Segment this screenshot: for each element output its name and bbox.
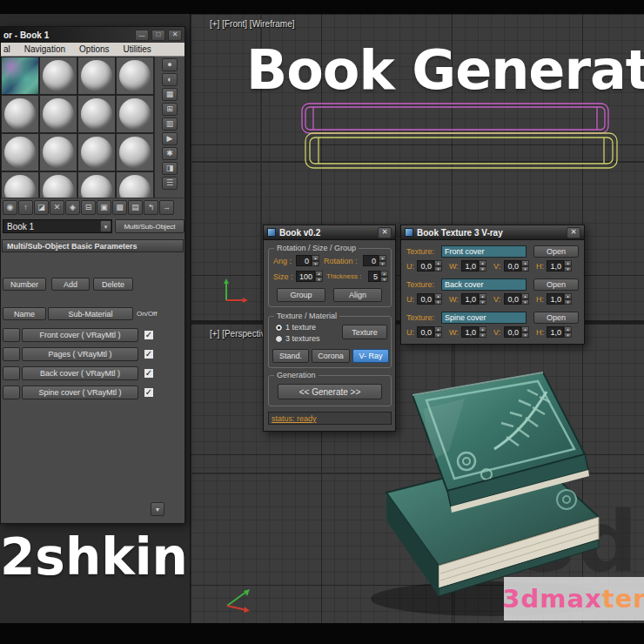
- make-preview-icon[interactable]: ▶: [162, 132, 178, 145]
- material-sample-slot[interactable]: [1, 133, 39, 171]
- go-to-parent-icon[interactable]: ↰: [144, 200, 158, 215]
- menu-utilities[interactable]: Utilities: [117, 44, 158, 55]
- minimize-button[interactable]: —: [135, 30, 149, 41]
- book-texture-dialog[interactable]: Book Texture 3 V-ray ✕ Texture: Front co…: [400, 225, 585, 345]
- radio-icon[interactable]: [275, 324, 283, 332]
- v-spinner[interactable]: 0,0▴▾: [504, 326, 529, 338]
- h-spinner[interactable]: 1,0▴▾: [547, 326, 572, 338]
- ang-spinner[interactable]: 0 ▴▾: [296, 255, 319, 266]
- persp-viewport-label[interactable]: [+] [Perspectiv: [210, 329, 265, 339]
- delete-button[interactable]: Delete: [93, 278, 133, 291]
- v-spinner[interactable]: 0,0▴▾: [504, 260, 529, 272]
- assign-to-selection-icon[interactable]: ◪: [34, 200, 49, 215]
- h-spinner[interactable]: 1,0▴▾: [547, 293, 572, 305]
- material-id-button[interactable]: [3, 328, 20, 342]
- scroll-down-icon[interactable]: ▼: [151, 502, 164, 516]
- select-by-material-icon[interactable]: ◨: [162, 162, 178, 175]
- menu-navigation[interactable]: Navigation: [17, 44, 72, 55]
- onoff-checkbox[interactable]: ✓: [144, 349, 154, 359]
- material-name-dropdown[interactable]: Book 1 ▾: [3, 219, 112, 233]
- material-id-button[interactable]: [3, 347, 20, 361]
- material-editor-window[interactable]: or - Book 1 — □ ✕ al Navigation Options …: [0, 26, 185, 524]
- material-sample-slot[interactable]: [77, 171, 116, 198]
- spinner-arrows[interactable]: ▴▾: [521, 260, 529, 272]
- spine-cover-field[interactable]: Spine cover: [441, 312, 527, 324]
- spinner-arrows[interactable]: ▴▾: [434, 293, 442, 305]
- submaterial-button[interactable]: Spine cover ( VRayMtl ): [22, 386, 138, 399]
- spinner-arrows[interactable]: ▴▾: [564, 326, 572, 338]
- reset-map-icon[interactable]: ✕: [50, 200, 64, 215]
- back-cover-field[interactable]: Back cover: [441, 278, 527, 291]
- material-sample-slot[interactable]: [116, 57, 154, 95]
- put-to-library-icon[interactable]: ⊟: [81, 200, 96, 215]
- vray-button[interactable]: V- Ray: [352, 349, 389, 363]
- menu-material[interactable]: al: [1, 44, 17, 55]
- spinner-arrows[interactable]: ▴▾: [521, 293, 529, 305]
- u-spinner[interactable]: 0,0▴▾: [417, 293, 442, 305]
- spinner-arrows[interactable]: ▴▾: [479, 326, 486, 338]
- backlight-icon[interactable]: ◐: [162, 73, 178, 86]
- close-icon[interactable]: ✕: [567, 227, 580, 238]
- v-value[interactable]: 0,0: [504, 260, 521, 272]
- onoff-checkbox[interactable]: ✓: [144, 368, 154, 379]
- v-value[interactable]: 0,0: [504, 326, 521, 338]
- video-color-check-icon[interactable]: ▥: [162, 117, 178, 131]
- radio-icon[interactable]: [275, 335, 283, 343]
- v-spinner[interactable]: 0,0▴▾: [504, 293, 529, 305]
- material-id-icon[interactable]: ▣: [97, 200, 111, 215]
- options-icon[interactable]: ✱: [162, 147, 178, 160]
- sort-name-button[interactable]: Name: [3, 307, 46, 320]
- open-spine-button[interactable]: Open: [533, 312, 579, 324]
- w-value[interactable]: 1,0: [461, 293, 479, 305]
- h-value[interactable]: 1,0: [547, 326, 564, 338]
- set-number-button[interactable]: Number: [3, 278, 46, 291]
- background-icon[interactable]: ▦: [162, 88, 178, 101]
- onoff-checkbox[interactable]: ✓: [144, 387, 154, 398]
- material-sample-slot[interactable]: [1, 95, 39, 133]
- book-dialog-titlebar[interactable]: Book v0.2 ✕: [264, 225, 395, 240]
- u-value[interactable]: 0,0: [417, 293, 434, 305]
- u-value[interactable]: 0,0: [417, 326, 434, 338]
- generate-button[interactable]: << Generate >>: [278, 384, 382, 399]
- sort-submaterial-button[interactable]: Sub-Material: [48, 307, 133, 320]
- align-button[interactable]: Align: [333, 288, 382, 302]
- group-button[interactable]: Group: [277, 288, 325, 302]
- w-value[interactable]: 1,0: [461, 260, 479, 272]
- spinner-arrows[interactable]: ▴▾: [380, 271, 388, 282]
- open-front-button[interactable]: Open: [533, 245, 579, 258]
- size-spinner[interactable]: 100 ▴▾: [296, 271, 323, 282]
- material-map-navigator-icon[interactable]: ☰: [162, 177, 178, 190]
- material-sample-slot[interactable]: [77, 133, 116, 171]
- material-id-button[interactable]: [3, 386, 20, 399]
- u-spinner[interactable]: 0,0▴▾: [417, 326, 442, 338]
- spinner-arrows[interactable]: ▴▾: [434, 260, 442, 272]
- spinner-arrows[interactable]: ▴▾: [434, 326, 442, 338]
- thickness-spinner[interactable]: 5 ▴▾: [368, 271, 388, 282]
- add-button[interactable]: Add: [51, 278, 90, 291]
- rotation-spinner[interactable]: 0 ▴▾: [363, 255, 386, 266]
- spinner-arrows[interactable]: ▴▾: [479, 293, 486, 305]
- material-sample-slot[interactable]: [39, 57, 77, 95]
- spinner-arrows[interactable]: ▴▾: [564, 293, 572, 305]
- material-sample-slot[interactable]: [39, 171, 77, 198]
- spinner-arrows[interactable]: ▴▾: [315, 271, 323, 282]
- size-value[interactable]: 100: [296, 271, 315, 282]
- spinner-arrows[interactable]: ▴▾: [564, 260, 572, 272]
- material-type-button[interactable]: Multi/Sub-Object: [115, 219, 184, 233]
- go-forward-icon[interactable]: →: [159, 200, 174, 215]
- spinner-arrows[interactable]: ▴▾: [479, 260, 486, 272]
- material-sample-slot[interactable]: [39, 133, 77, 171]
- spinner-arrows[interactable]: ▴▾: [521, 326, 529, 338]
- w-spinner[interactable]: 1,0▴▾: [461, 260, 486, 272]
- w-spinner[interactable]: 1,0▴▾: [461, 293, 486, 305]
- put-material-icon[interactable]: ↑: [18, 200, 33, 215]
- material-id-button[interactable]: [3, 366, 20, 380]
- w-value[interactable]: 1,0: [461, 326, 479, 338]
- material-editor-titlebar[interactable]: or - Book 1 — □ ✕: [1, 27, 184, 43]
- submaterial-button[interactable]: Back cover ( VRayMtl ): [22, 366, 138, 380]
- w-spinner[interactable]: 1,0▴▾: [461, 326, 486, 338]
- rotation-value[interactable]: 0: [363, 255, 379, 266]
- show-map-in-viewport-icon[interactable]: ▩: [112, 200, 127, 215]
- v-value[interactable]: 0,0: [504, 293, 521, 305]
- submaterial-button[interactable]: Front cover ( VRayMtl ): [22, 328, 138, 342]
